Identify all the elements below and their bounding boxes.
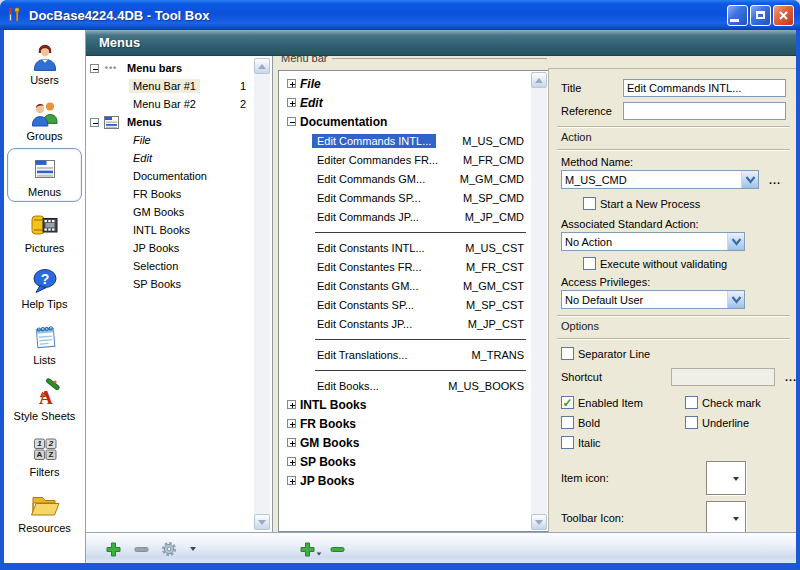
tree-item-row-edit[interactable]: Edit xyxy=(86,149,272,167)
method-browse-button[interactable]: ... xyxy=(769,174,781,186)
tree-group-row-menus[interactable]: Menus xyxy=(86,113,272,131)
menu-item-row-edit-constants-gm[interactable]: Edit Constants GM...M_GM_CST xyxy=(279,276,548,295)
scroll-up-button[interactable] xyxy=(254,58,270,74)
tree-item-row-selection[interactable]: Selection xyxy=(86,257,272,275)
expander-plus-icon[interactable] xyxy=(287,98,296,107)
scroll-track[interactable] xyxy=(254,74,270,514)
left-tree-scrollbar[interactable] xyxy=(254,58,270,530)
menu-item-label: Edit Commands JP... xyxy=(312,210,424,224)
expander-plus-icon[interactable] xyxy=(287,457,296,466)
method-name-select[interactable]: M_US_CMD xyxy=(561,170,759,189)
sidebar-item-lists[interactable]: Lists xyxy=(7,316,82,370)
bold-checkbox[interactable] xyxy=(561,416,574,429)
expander-plus-icon[interactable] xyxy=(287,79,296,88)
add-menu-bar-button[interactable] xyxy=(104,540,122,558)
expander-minus-icon[interactable] xyxy=(90,118,99,127)
shortcut-browse-button[interactable]: ... xyxy=(785,371,796,383)
enabled-item-checkbox[interactable] xyxy=(561,396,574,409)
close-button[interactable] xyxy=(773,5,794,26)
maximize-button[interactable] xyxy=(750,5,771,26)
chevron-down-icon[interactable] xyxy=(727,291,744,308)
users-icon xyxy=(29,41,61,73)
sidebar-item-groups[interactable]: Groups xyxy=(7,92,82,146)
expander-plus-icon[interactable] xyxy=(287,438,296,447)
shortcut-input[interactable] xyxy=(671,368,775,386)
menu-item-row-edit-commands-gm[interactable]: Edit Commands GM...M_GM_CMD xyxy=(279,169,548,188)
tree-item-row-fr-books[interactable]: FR Books xyxy=(86,185,272,203)
underline-checkbox[interactable] xyxy=(685,416,698,429)
expander-minus-icon[interactable] xyxy=(287,117,296,126)
separator-line-checkbox[interactable] xyxy=(561,347,574,360)
menu-bar-tree-scrollbar[interactable] xyxy=(531,72,547,530)
scroll-down-button[interactable] xyxy=(254,514,270,530)
minimize-button[interactable] xyxy=(727,5,748,26)
menu-group-row-file[interactable]: File xyxy=(279,74,548,93)
remove-menu-bar-button[interactable] xyxy=(132,540,150,558)
menu-item-row-edit-commands-sp[interactable]: Edit Commands SP...M_SP_CMD xyxy=(279,188,548,207)
separator-line xyxy=(315,339,526,340)
chevron-down-icon[interactable] xyxy=(727,233,744,250)
scroll-track[interactable] xyxy=(531,88,547,514)
actions-menu-button[interactable] xyxy=(160,540,178,558)
actions-caret-button[interactable] xyxy=(184,540,202,558)
italic-checkbox[interactable] xyxy=(561,436,574,449)
expander-plus-icon[interactable] xyxy=(287,476,296,485)
menu-group-row-fr-books[interactable]: FR Books xyxy=(279,414,548,433)
tree-item-row-menu-bar-2[interactable]: Menu Bar #22 xyxy=(86,95,272,113)
menu-item-row-edit-commands-jp[interactable]: Edit Commands JP...M_JP_CMD xyxy=(279,207,548,226)
menu-item-row-edit-constants-jp[interactable]: Edit Constants JP...M_JP_CST xyxy=(279,314,548,333)
tree-group-row-menu-bars[interactable]: •••Menu bars xyxy=(86,59,272,77)
scroll-down-button[interactable] xyxy=(531,514,547,530)
scroll-up-button[interactable] xyxy=(531,72,547,88)
sidebar-item-style-sheets[interactable]: AStyle Sheets xyxy=(7,372,82,426)
menu-group-row-intl-books[interactable]: INTL Books xyxy=(279,395,548,414)
tree-item-row-file[interactable]: File xyxy=(86,131,272,149)
menu-item-row-edit-constantes-fr[interactable]: Edit Constantes FR...M_FR_CST xyxy=(279,257,548,276)
add-menu-item-button[interactable] xyxy=(298,540,316,558)
expander-minus-icon[interactable] xyxy=(90,64,99,73)
tree-item-row-gm-books[interactable]: GM Books xyxy=(86,203,272,221)
toolbar-icon-dropdown[interactable] xyxy=(706,501,746,535)
tree-item-row-sp-books[interactable]: SP Books xyxy=(86,275,272,293)
menu-item-row-edit-constants-intl[interactable]: Edit Constants INTL...M_US_CST xyxy=(279,238,548,257)
sidebar-item-menus[interactable]: Menus xyxy=(7,148,82,202)
reference-input[interactable] xyxy=(623,102,786,120)
start-new-process-checkbox[interactable] xyxy=(583,197,596,210)
menu-group-row-sp-books[interactable]: SP Books xyxy=(279,452,548,471)
chevron-down-icon xyxy=(258,520,266,525)
menu-item-row-edit-books[interactable]: Edit Books...M_US_BOOKS xyxy=(279,376,548,395)
menu-group-row-edit[interactable]: Edit xyxy=(279,93,548,112)
check-mark-checkbox[interactable] xyxy=(685,396,698,409)
menu-group-row-gm-books[interactable]: GM Books xyxy=(279,433,548,452)
menu-group-row-jp-books[interactable]: JP Books xyxy=(279,471,548,490)
tree-item-row-menu-bar-1[interactable]: Menu Bar #11 xyxy=(86,77,272,95)
chevron-down-icon[interactable] xyxy=(741,171,758,188)
sidebar-item-filters[interactable]: 12AZFilters xyxy=(7,428,82,482)
menu-group-row-documentation[interactable]: Documentation xyxy=(279,112,548,131)
title-input[interactable] xyxy=(623,79,786,97)
sidebar-item-help-tips[interactable]: ?Help Tips xyxy=(7,260,82,314)
remove-menu-item-button[interactable] xyxy=(328,540,346,558)
menu-item-row-editer-commandes-fr[interactable]: Editer Commandes FR...M_FR_CMD xyxy=(279,150,548,169)
sidebar-item-pictures[interactable]: Pictures xyxy=(7,204,82,258)
item-icon-dropdown[interactable] xyxy=(706,461,746,495)
access-privileges-select[interactable]: No Default User xyxy=(561,290,745,309)
menu-item-row-edit-constants-sp[interactable]: Edit Constants SP...M_SP_CST xyxy=(279,295,548,314)
menu-bar-number: 2 xyxy=(240,98,246,110)
tree-item-row-documentation[interactable]: Documentation xyxy=(86,167,272,185)
menu-item-row-edit-translations[interactable]: Edit Translations...M_TRANS xyxy=(279,345,548,364)
execute-without-validating-checkbox[interactable] xyxy=(583,257,596,270)
menu-item-label: Edit Commands GM... xyxy=(312,172,430,186)
tree-item-row-jp-books[interactable]: JP Books xyxy=(86,239,272,257)
sidebar-item-users[interactable]: Users xyxy=(7,36,82,90)
title-bar[interactable]: DocBase4224.4DB - Tool Box xyxy=(0,0,800,30)
expander-plus-icon[interactable] xyxy=(287,400,296,409)
expander-plus-icon[interactable] xyxy=(287,419,296,428)
menu-item-label: Edit Commands SP... xyxy=(312,191,426,205)
menu-item-row-edit-commands-intl[interactable]: Edit Commands INTL...M_US_CMD xyxy=(279,131,548,150)
sidebar-item-resources[interactable]: Resources xyxy=(7,484,82,538)
tree-item-label: Edit xyxy=(129,151,156,165)
tree-item-label: SP Books xyxy=(129,277,185,291)
associated-action-select[interactable]: No Action xyxy=(561,232,745,251)
tree-item-row-intl-books[interactable]: INTL Books xyxy=(86,221,272,239)
